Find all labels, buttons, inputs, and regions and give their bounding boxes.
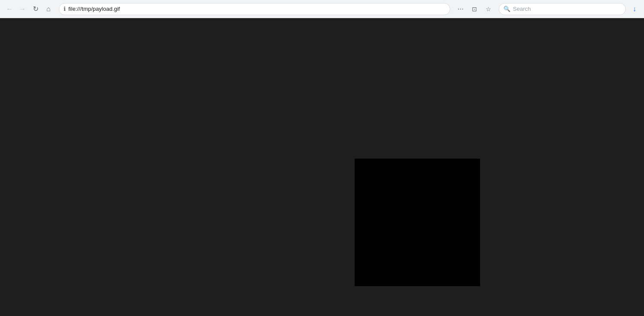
search-placeholder-text: Search: [513, 6, 531, 12]
search-icon: 🔍: [503, 6, 510, 12]
search-box[interactable]: 🔍 Search: [499, 3, 626, 15]
reload-button[interactable]: ↻: [29, 3, 42, 15]
forward-button[interactable]: →: [16, 3, 29, 15]
address-bar[interactable]: ℹ file:///tmp/payload.gif: [59, 3, 450, 15]
star-button[interactable]: ☆: [482, 3, 494, 15]
back-button[interactable]: ←: [3, 3, 16, 15]
save-button[interactable]: ⊡: [468, 3, 481, 15]
info-icon: ℹ: [64, 6, 66, 12]
home-button[interactable]: ⌂: [42, 3, 54, 15]
download-button[interactable]: ↓: [628, 3, 641, 15]
gif-container: [0, 18, 644, 316]
browser-toolbar: ← → ↻ ⌂ ℹ file:///tmp/payload.gif ⋯ ⊡ ☆ …: [0, 0, 644, 18]
nav-buttons: ← → ↻ ⌂: [3, 3, 54, 15]
more-button[interactable]: ⋯: [455, 3, 467, 15]
page-content: [0, 18, 644, 316]
gif-image-square: [355, 159, 480, 286]
toolbar-right: ⋯ ⊡ ☆: [455, 3, 494, 15]
url-text: file:///tmp/payload.gif: [68, 6, 445, 12]
